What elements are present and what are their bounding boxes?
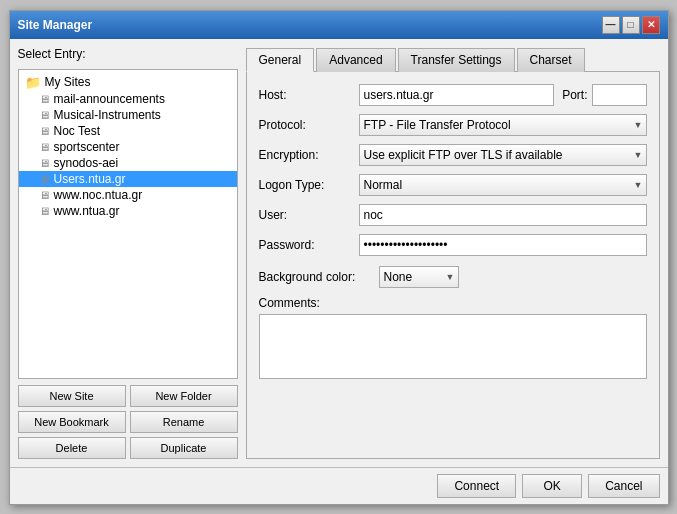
- bg-color-select-wrapper: None Red Green Blue Yellow Cyan: [379, 266, 459, 288]
- encryption-row: Encryption: Use explicit FTP over TLS if…: [259, 144, 647, 166]
- logon-type-select-wrapper: Normal Anonymous Ask for password Intera…: [359, 174, 647, 196]
- encryption-select[interactable]: Use explicit FTP over TLS if available O…: [359, 144, 647, 166]
- title-bar-buttons: — □ ✕: [602, 16, 660, 34]
- tab-content-general: Host: Port: Protocol: FTP - File Transfe…: [246, 72, 660, 459]
- site-icon: 🖥: [39, 125, 50, 137]
- tree-item[interactable]: 🖥 Noc Test: [19, 123, 237, 139]
- delete-button[interactable]: Delete: [18, 437, 126, 459]
- site-icon: 🖥: [39, 141, 50, 153]
- duplicate-button[interactable]: Duplicate: [130, 437, 238, 459]
- tab-transfer-settings[interactable]: Transfer Settings: [398, 48, 515, 72]
- tree-item-selected[interactable]: 🖥 Users.ntua.gr: [19, 171, 237, 187]
- ok-button[interactable]: OK: [522, 474, 582, 498]
- port-label: Port:: [562, 88, 587, 102]
- tree-item[interactable]: 🖥 www.ntua.gr: [19, 203, 237, 219]
- tree-item-label: mail-announcements: [54, 92, 165, 106]
- comments-label: Comments:: [259, 296, 647, 310]
- left-panel: Select Entry: 📁 My Sites 🖥 mail-announce…: [18, 47, 238, 459]
- host-input[interactable]: [359, 84, 555, 106]
- encryption-label: Encryption:: [259, 148, 359, 162]
- close-button[interactable]: ✕: [642, 16, 660, 34]
- comments-textarea[interactable]: [259, 314, 647, 379]
- window-title: Site Manager: [18, 18, 93, 32]
- bg-color-label: Background color:: [259, 270, 379, 284]
- logon-type-row: Logon Type: Normal Anonymous Ask for pas…: [259, 174, 647, 196]
- tree-item-label: sportscenter: [54, 140, 120, 154]
- action-buttons: New Site New Folder New Bookmark Rename …: [18, 385, 238, 459]
- tab-general[interactable]: General: [246, 48, 315, 72]
- folder-icon: 📁: [25, 75, 41, 90]
- password-label: Password:: [259, 238, 359, 252]
- tree-view[interactable]: 📁 My Sites 🖥 mail-announcements 🖥 Musica…: [18, 69, 238, 379]
- new-bookmark-button[interactable]: New Bookmark: [18, 411, 126, 433]
- tree-item[interactable]: 🖥 synodos-aei: [19, 155, 237, 171]
- tabs: General Advanced Transfer Settings Chars…: [246, 47, 660, 72]
- tree-item-label: Noc Test: [54, 124, 100, 138]
- new-folder-button[interactable]: New Folder: [130, 385, 238, 407]
- protocol-row: Protocol: FTP - File Transfer Protocol S…: [259, 114, 647, 136]
- maximize-button[interactable]: □: [622, 16, 640, 34]
- logon-type-select[interactable]: Normal Anonymous Ask for password Intera…: [359, 174, 647, 196]
- protocol-select-wrapper: FTP - File Transfer Protocol SFTP - SSH …: [359, 114, 647, 136]
- site-icon: 🖥: [39, 173, 50, 185]
- site-icon: 🖥: [39, 189, 50, 201]
- user-input[interactable]: [359, 204, 647, 226]
- tree-item[interactable]: 🖥 sportscenter: [19, 139, 237, 155]
- tree-item[interactable]: 🖥 Musical-Instruments: [19, 107, 237, 123]
- tab-charset[interactable]: Charset: [517, 48, 585, 72]
- tree-item-label: Users.ntua.gr: [54, 172, 126, 186]
- host-label: Host:: [259, 88, 359, 102]
- tree-root-item[interactable]: 📁 My Sites: [19, 74, 237, 91]
- tab-advanced[interactable]: Advanced: [316, 48, 395, 72]
- cancel-button[interactable]: Cancel: [588, 474, 659, 498]
- title-bar: Site Manager — □ ✕: [10, 11, 668, 39]
- comments-row: Comments:: [259, 296, 647, 379]
- password-row: Password:: [259, 234, 647, 256]
- host-port-row: Host: Port:: [259, 84, 647, 106]
- site-icon: 🖥: [39, 109, 50, 121]
- tree-item-label: synodos-aei: [54, 156, 119, 170]
- tree-item-label: www.ntua.gr: [54, 204, 120, 218]
- bg-color-select[interactable]: None Red Green Blue Yellow Cyan: [379, 266, 459, 288]
- connect-button[interactable]: Connect: [437, 474, 516, 498]
- site-icon: 🖥: [39, 93, 50, 105]
- protocol-select[interactable]: FTP - File Transfer Protocol SFTP - SSH …: [359, 114, 647, 136]
- site-icon: 🖥: [39, 157, 50, 169]
- tree-item[interactable]: 🖥 mail-announcements: [19, 91, 237, 107]
- rename-button[interactable]: Rename: [130, 411, 238, 433]
- window-body: Select Entry: 📁 My Sites 🖥 mail-announce…: [10, 39, 668, 467]
- site-manager-window: Site Manager — □ ✕ Select Entry: 📁 My Si…: [9, 10, 669, 505]
- user-row: User:: [259, 204, 647, 226]
- tree-item-label: Musical-Instruments: [54, 108, 161, 122]
- encryption-select-wrapper: Use explicit FTP over TLS if available O…: [359, 144, 647, 166]
- right-panel: General Advanced Transfer Settings Chars…: [246, 47, 660, 459]
- footer: Connect OK Cancel: [10, 467, 668, 504]
- protocol-label: Protocol:: [259, 118, 359, 132]
- tree-root-label: My Sites: [45, 75, 91, 89]
- tree-item[interactable]: 🖥 www.noc.ntua.gr: [19, 187, 237, 203]
- user-label: User:: [259, 208, 359, 222]
- site-icon: 🖥: [39, 205, 50, 217]
- logon-type-label: Logon Type:: [259, 178, 359, 192]
- password-input[interactable]: [359, 234, 647, 256]
- bg-color-row: Background color: None Red Green Blue Ye…: [259, 266, 647, 288]
- select-entry-label: Select Entry:: [18, 47, 238, 61]
- minimize-button[interactable]: —: [602, 16, 620, 34]
- port-input[interactable]: [592, 84, 647, 106]
- tree-item-label: www.noc.ntua.gr: [54, 188, 143, 202]
- new-site-button[interactable]: New Site: [18, 385, 126, 407]
